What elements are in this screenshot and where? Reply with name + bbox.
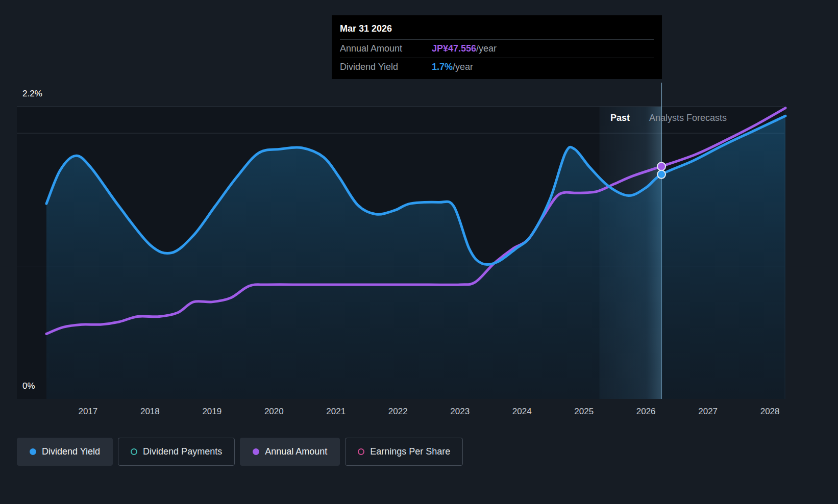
dividend-yield-marker-icon (30, 448, 36, 455)
dividend-chart-root: 2.2% 0% 20172018201920202021202220232024… (0, 0, 838, 504)
x-tick-label: 2018 (140, 407, 160, 417)
annual-amount-marker-icon (253, 448, 259, 455)
x-tick-label: 2023 (450, 407, 470, 417)
tooltip-annual-amount-value: JP¥47.556 (432, 43, 476, 54)
tooltip-annual-amount-label: Annual Amount (340, 43, 432, 54)
tooltip-annual-amount-suffix: /year (476, 43, 497, 54)
x-tick-label: 2020 (264, 407, 284, 417)
past-region-label: Past (610, 113, 630, 123)
tooltip-dividend-yield-suffix: /year (453, 62, 473, 72)
x-tick-label: 2022 (388, 407, 408, 417)
tooltip-dividend-yield-label: Dividend Yield (340, 62, 432, 72)
legend-item-dividend-yield[interactable]: Dividend Yield (17, 438, 113, 466)
dividend-payments-marker-icon (131, 448, 137, 455)
y-axis-label-bottom: 0% (22, 381, 35, 391)
x-tick-label: 2017 (78, 407, 97, 417)
legend-item-dividend-payments[interactable]: Dividend Payments (118, 438, 235, 466)
earnings-per-share-marker-icon (358, 448, 364, 455)
legend-label-earnings-per-share: Earnings Per Share (370, 446, 450, 457)
x-tick-label: 2019 (202, 407, 221, 417)
x-tick-label: 2027 (698, 407, 718, 417)
legend-label-annual-amount: Annual Amount (265, 446, 327, 457)
x-tick-label: 2021 (326, 407, 346, 417)
y-axis-label-top: 2.2% (22, 89, 42, 99)
tooltip-row-dividend-yield: Dividend Yield 1.7%/year (340, 58, 654, 76)
legend: Dividend Yield Dividend Payments Annual … (17, 438, 463, 466)
x-tick-label: 2026 (636, 407, 656, 417)
tooltip-dividend-yield-value: 1.7% (432, 62, 453, 72)
x-tick-label: 2028 (760, 407, 780, 417)
chart-tooltip: Mar 31 2026 Annual Amount JP¥47.556/year… (332, 15, 662, 79)
legend-item-earnings-per-share[interactable]: Earnings Per Share (345, 438, 463, 466)
forecast-region-label: Analysts Forecasts (649, 113, 727, 123)
legend-label-dividend-payments: Dividend Payments (143, 446, 222, 457)
legend-label-dividend-yield: Dividend Yield (42, 446, 100, 457)
x-tick-label: 2024 (512, 407, 532, 417)
x-tick-label: 2025 (574, 407, 594, 417)
tooltip-row-annual-amount: Annual Amount JP¥47.556/year (340, 39, 654, 58)
legend-item-annual-amount[interactable]: Annual Amount (240, 438, 340, 466)
tooltip-date: Mar 31 2026 (340, 21, 654, 39)
